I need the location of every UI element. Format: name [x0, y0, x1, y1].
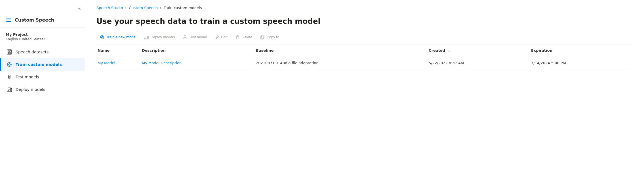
delete-label: Delete [242, 35, 252, 39]
model-created: 5/22/2022 8:37 AM [429, 61, 464, 65]
cell-created: 5/22/2022 8:37 AM [429, 56, 531, 70]
model-description: My Model Description [142, 61, 182, 65]
sidebar-nav: Speech datasets Train custom models [0, 46, 85, 96]
sidebar-item-train-custom-models[interactable]: Train custom models [0, 58, 85, 71]
copy-to-button[interactable]: Copy to [257, 33, 283, 41]
models-table: Name Description Baseline Created ↓ Expi… [96, 45, 633, 70]
train-icon [7, 62, 12, 67]
sidebar-item-test-models-label: Test models [16, 75, 39, 79]
edit-label: Edit [221, 35, 227, 39]
model-baseline: 20210831 + Audio file adaptation [256, 61, 319, 65]
model-name-link[interactable]: My Model [98, 61, 115, 65]
model-expiration: 7/14/2024 5:00 PM [531, 61, 566, 65]
collapse-sidebar-button[interactable]: « [0, 5, 85, 14]
deploy-models-icon [7, 87, 12, 92]
train-new-model-icon [100, 35, 104, 39]
collapse-icon: « [78, 6, 80, 11]
breadcrumb-separator-1: › [125, 6, 127, 10]
created-sort-icon: ↓ [448, 48, 451, 53]
column-header-description: Description [142, 45, 256, 56]
main-content: Speech Studio › Custom Speech › Train cu… [85, 0, 644, 192]
project-title: My Project [6, 32, 79, 37]
cell-description: My Model Description [142, 56, 256, 70]
delete-button[interactable]: Delete [232, 33, 256, 41]
sidebar-item-deploy-models-label: Deploy models [16, 87, 45, 92]
column-header-expiration: Expiration [531, 45, 633, 56]
sidebar: « Custom Speech My Project English (Unit… [0, 0, 85, 192]
copy-to-label: Copy to [266, 35, 279, 39]
column-header-created[interactable]: Created ↓ [429, 45, 531, 56]
svg-rect-14 [9, 89, 10, 92]
svg-rect-1 [6, 20, 11, 20]
dataset-icon [7, 49, 12, 55]
test-model-icon [183, 35, 187, 39]
cell-baseline: 20210831 + Audio file adaptation [256, 56, 429, 70]
svg-rect-25 [146, 37, 147, 39]
sidebar-item-train-custom-models-label: Train custom models [16, 62, 62, 67]
svg-rect-0 [6, 18, 11, 18]
toolbar: Train a new model Deploy models [96, 33, 633, 45]
table-header-row: Name Description Baseline Created ↓ Expi… [96, 45, 633, 56]
edit-icon [215, 35, 219, 39]
sidebar-project: My Project English (United States) [0, 28, 85, 43]
sidebar-item-speech-datasets[interactable]: Speech datasets [0, 46, 85, 58]
train-new-model-label: Train a new model [106, 35, 136, 39]
svg-point-19 [102, 36, 103, 38]
sidebar-item-test-models[interactable]: Test models [0, 71, 85, 83]
deploy-toolbar-icon [144, 35, 149, 39]
breadcrumb-current: Train custom models [164, 6, 202, 10]
test-models-icon [7, 74, 12, 80]
svg-rect-31 [237, 36, 239, 39]
sidebar-brand: Custom Speech [0, 14, 85, 28]
svg-point-4 [8, 50, 11, 51]
breadcrumb-speech-studio[interactable]: Speech Studio [96, 6, 123, 10]
column-header-name: Name [96, 45, 142, 56]
table-row[interactable]: My Model My Model Description 20210831 +… [96, 56, 633, 70]
breadcrumb: Speech Studio › Custom Speech › Train cu… [96, 6, 633, 10]
svg-rect-37 [261, 36, 263, 39]
svg-point-6 [9, 64, 10, 65]
breadcrumb-custom-speech[interactable]: Custom Speech [129, 6, 158, 10]
deploy-models-button[interactable]: Deploy models [141, 33, 178, 41]
page-title: Use your speech data to train a custom s… [96, 17, 633, 26]
test-model-button[interactable]: Test model [179, 33, 210, 41]
edit-button[interactable]: Edit [211, 33, 231, 41]
sidebar-item-deploy-models[interactable]: Deploy models [0, 83, 85, 96]
delete-icon [235, 35, 240, 39]
svg-rect-26 [148, 36, 148, 39]
svg-rect-13 [7, 90, 8, 92]
copy-to-icon [260, 35, 265, 39]
svg-rect-36 [262, 35, 264, 38]
sidebar-brand-label: Custom Speech [15, 17, 54, 23]
sidebar-item-speech-datasets-label: Speech datasets [16, 50, 49, 54]
column-header-baseline: Baseline [256, 45, 429, 56]
breadcrumb-separator-2: › [160, 6, 161, 10]
project-language: English (United States) [6, 37, 79, 41]
train-new-model-button[interactable]: Train a new model [96, 33, 140, 41]
cell-expiration: 7/14/2024 5:00 PM [531, 56, 633, 70]
svg-rect-15 [10, 88, 12, 92]
hamburger-icon [6, 17, 12, 23]
svg-rect-2 [6, 21, 11, 22]
test-model-label: Test model [189, 35, 207, 39]
deploy-models-label: Deploy models [150, 35, 175, 39]
cell-name[interactable]: My Model [96, 56, 142, 70]
svg-rect-24 [144, 38, 145, 39]
